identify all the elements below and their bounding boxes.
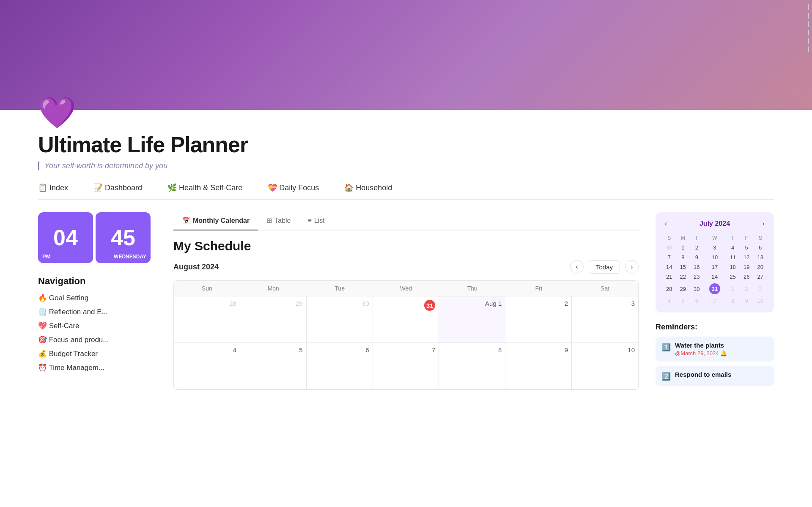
weekday-tue: Tue — [307, 281, 373, 296]
list-item[interactable]: 28 — [662, 282, 676, 296]
list-item[interactable]: 23 — [690, 272, 704, 282]
list-item[interactable]: 18 — [726, 262, 740, 272]
list-item[interactable]: 30 — [690, 282, 704, 296]
nav-health[interactable]: 🌿 Health & Self-Care — [167, 183, 242, 192]
calendar-prev-button[interactable]: ‹ — [570, 260, 584, 274]
main-area: 📅 Monthly Calendar ⊞ Table ≡ List My Sch… — [173, 212, 639, 390]
list-tab-icon: ≡ — [307, 217, 311, 225]
list-item[interactable]: 15 — [676, 262, 690, 272]
sidebar-item-self-care[interactable]: 💖 Self-Care — [38, 321, 156, 330]
list-item[interactable]: 5 — [676, 296, 690, 306]
list-item[interactable]: 25 — [726, 272, 740, 282]
list-item[interactable]: 4 — [726, 243, 740, 252]
sidebar-item-time[interactable]: ⏰ Time Managem... — [38, 363, 156, 372]
scroll-indicator — [808, 38, 809, 44]
table-row[interactable]: 6 — [307, 343, 373, 389]
calendar-grid: Sun Mon Tue Wed Thu Fri Sat 28 29 30 31 … — [173, 280, 639, 390]
reminder-card-respond-emails[interactable]: 2️⃣ Respond to emails — [656, 366, 774, 386]
list-item[interactable]: 7 — [662, 252, 676, 262]
mini-cal-today[interactable]: 31 — [704, 282, 726, 296]
list-item[interactable]: 2 — [740, 282, 754, 296]
table-row[interactable]: 30 — [307, 296, 373, 343]
clock-minute: 45 WEDNESDAY — [96, 212, 151, 263]
list-item[interactable]: 13 — [753, 252, 767, 262]
calendar-header: August 2024 ‹ Today › — [173, 260, 639, 274]
list-item[interactable]: 19 — [740, 262, 754, 272]
table-row[interactable]: 31 — [373, 296, 439, 343]
sidebar-nav-list: 🔥 Goal Setting 🗒️ Reflection and E... 💖 … — [38, 293, 156, 372]
calendar-next-button[interactable]: › — [625, 260, 639, 274]
list-item[interactable]: 10 — [704, 252, 726, 262]
tab-list[interactable]: ≡ List — [299, 212, 333, 230]
list-item[interactable]: 6 — [690, 296, 704, 306]
nav-dashboard[interactable]: 📝 Dashboard — [93, 183, 142, 192]
list-item[interactable]: 10 — [753, 296, 767, 306]
mini-cal-next[interactable]: › — [760, 219, 767, 228]
list-item[interactable]: 11 — [726, 252, 740, 262]
list-item[interactable]: 7 — [704, 296, 726, 306]
table-row[interactable]: 7 — [373, 343, 439, 389]
table-row[interactable]: 3 — [572, 296, 638, 343]
reminder-title-2: Respond to emails — [675, 371, 731, 378]
mini-calendar: ‹ July 2024 › S M T W T F S — [656, 212, 774, 312]
table-row[interactable]: 9 — [505, 343, 572, 389]
list-item[interactable]: 21 — [662, 272, 676, 282]
list-item[interactable]: 3 — [753, 282, 767, 296]
scroll-indicator — [808, 30, 809, 36]
tab-monthly[interactable]: 📅 Monthly Calendar — [173, 212, 258, 230]
list-item[interactable]: 6 — [753, 243, 767, 252]
list-item[interactable]: 22 — [676, 272, 690, 282]
table-row[interactable]: 29 — [240, 296, 307, 343]
clock-day: WEDNESDAY — [114, 254, 146, 260]
table-row[interactable]: 8 — [439, 343, 505, 389]
list-item[interactable]: 12 — [740, 252, 754, 262]
list-item[interactable]: 3 — [704, 243, 726, 252]
clock-period: PM — [42, 253, 51, 260]
reminder-date-1: @March 29, 2024 🔔 — [675, 350, 727, 356]
list-item[interactable]: 8 — [726, 296, 740, 306]
list-item[interactable]: 9 — [740, 296, 754, 306]
list-item[interactable]: 24 — [704, 272, 726, 282]
mini-cal-prev[interactable]: ‹ — [662, 219, 669, 228]
nav-index[interactable]: 📋 Index — [38, 183, 68, 192]
list-item[interactable]: 9 — [690, 252, 704, 262]
list-item[interactable]: 17 — [704, 262, 726, 272]
weekday-thu: Thu — [439, 281, 505, 296]
list-item[interactable]: 8 — [676, 252, 690, 262]
sidebar-item-budget[interactable]: 💰 Budget Tracker — [38, 349, 156, 358]
table-row[interactable]: Aug 1 — [439, 296, 505, 343]
mini-weekday-t2: T — [726, 233, 740, 243]
list-item[interactable]: 4 — [662, 296, 676, 306]
list-item[interactable]: 27 — [753, 272, 767, 282]
list-item[interactable]: 1 — [726, 282, 740, 296]
table-row[interactable]: 10 — [572, 343, 638, 389]
list-item[interactable]: 29 — [676, 282, 690, 296]
sidebar-item-reflection[interactable]: 🗒️ Reflection and E... — [38, 307, 156, 316]
mini-weekday-s1: S — [662, 233, 676, 243]
table-tab-icon: ⊞ — [266, 217, 272, 225]
list-item[interactable]: 30 — [662, 243, 676, 252]
mini-cal-header: ‹ July 2024 › — [662, 219, 767, 228]
today-button[interactable]: Today — [589, 260, 620, 274]
nav-household[interactable]: 🏠 Household — [344, 183, 392, 192]
table-row[interactable]: 5 — [240, 343, 307, 389]
list-item[interactable]: 20 — [753, 262, 767, 272]
list-item[interactable]: 14 — [662, 262, 676, 272]
list-item[interactable]: 5 — [740, 243, 754, 252]
sidebar-item-focus[interactable]: 🎯 Focus and produ... — [38, 335, 156, 344]
sidebar-item-goal-setting[interactable]: 🔥 Goal Setting — [38, 293, 156, 302]
list-item[interactable]: 2 — [690, 243, 704, 252]
table-row[interactable]: 2 — [505, 296, 572, 343]
table-row[interactable]: 4 — [174, 343, 240, 389]
list-item[interactable]: 1 — [676, 243, 690, 252]
nav-daily-focus[interactable]: 💝 Daily Focus — [268, 183, 319, 192]
tab-table[interactable]: ⊞ Table — [258, 212, 299, 230]
reminder-card-water-plants[interactable]: 1️⃣ Water the plants @March 29, 2024 🔔 — [656, 337, 774, 362]
list-item[interactable]: 16 — [690, 262, 704, 272]
scrollbar[interactable] — [805, 0, 812, 507]
header-banner — [0, 0, 812, 110]
clock-hour: 04 PM — [38, 212, 93, 263]
list-item[interactable]: 26 — [740, 272, 754, 282]
weekday-mon: Mon — [240, 281, 307, 296]
table-row[interactable]: 28 — [174, 296, 240, 343]
